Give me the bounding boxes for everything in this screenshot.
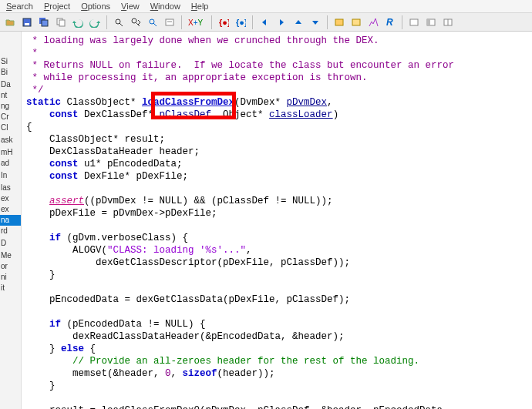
brackets-left-icon[interactable]: {●} xyxy=(217,15,231,29)
svg-rect-1 xyxy=(25,23,29,25)
sidebar-item[interactable]: Bi xyxy=(0,67,21,78)
analyze-icon[interactable]: R xyxy=(383,15,397,29)
sidebar-item[interactable]: nt xyxy=(0,90,21,101)
sidebar-item[interactable]: ex xyxy=(0,193,21,204)
sidebar-item[interactable]: ex xyxy=(0,204,21,215)
svg-line-10 xyxy=(153,23,157,26)
sidebar-item[interactable]: ask xyxy=(0,135,21,146)
menu-bar: Search Project Options View Window Help xyxy=(0,0,532,13)
signal-icon[interactable] xyxy=(366,15,380,29)
svg-text:X+Y: X+Y xyxy=(188,18,204,27)
open-icon[interactable] xyxy=(3,15,17,29)
sidebar-item[interactable]: Me xyxy=(0,250,21,261)
find-icon[interactable] xyxy=(112,15,126,29)
menu-project[interactable]: Project xyxy=(44,2,70,11)
sidebar-item[interactable]: ng xyxy=(0,101,21,112)
svg-rect-16 xyxy=(335,19,343,25)
redo-icon[interactable] xyxy=(88,15,102,29)
sidebar-item[interactable]: ni xyxy=(0,272,21,283)
svg-rect-3 xyxy=(42,20,48,26)
svg-rect-11 xyxy=(166,19,173,25)
sidebar-item[interactable]: or xyxy=(0,261,21,272)
panel-split-icon[interactable] xyxy=(441,15,455,29)
book-open-icon[interactable] xyxy=(332,15,346,29)
svg-text:{●}: {●} xyxy=(219,18,229,27)
sidebar-item[interactable]: na xyxy=(0,215,21,226)
save-icon[interactable] xyxy=(20,15,34,29)
forward-icon[interactable] xyxy=(274,15,288,29)
svg-rect-21 xyxy=(427,19,430,25)
find-next-icon[interactable] xyxy=(129,15,143,29)
symbol-loadClassFromDex[interactable]: loadClassFromDex xyxy=(142,97,234,108)
svg-point-8 xyxy=(132,18,136,23)
menu-help[interactable]: Help xyxy=(191,2,209,11)
sidebar-item[interactable]: it xyxy=(0,283,21,293)
sidebar-item[interactable]: las xyxy=(0,183,21,193)
svg-text:{●}: {●} xyxy=(236,18,246,27)
menu-window[interactable]: Window xyxy=(150,2,180,11)
copy-icon[interactable] xyxy=(54,15,68,29)
brackets-right-icon[interactable]: {●} xyxy=(234,15,247,29)
menu-view[interactable]: View xyxy=(121,2,140,11)
svg-line-7 xyxy=(120,23,123,26)
sidebar-item[interactable]: D xyxy=(0,238,21,249)
sidebar-item[interactable]: Cr xyxy=(0,112,21,122)
code-editor[interactable]: * loading was largely done when we crunc… xyxy=(22,32,532,409)
sidebar-item[interactable]: Cl xyxy=(0,122,21,133)
svg-text:R: R xyxy=(386,17,393,28)
panel-none-icon[interactable] xyxy=(407,15,421,29)
code-area[interactable]: * loading was largely done when we crunc… xyxy=(26,35,527,409)
sidebar: SiBiDantngCrClaskmHadInlasexexnardDMeorn… xyxy=(0,32,22,409)
sidebar-item[interactable]: In xyxy=(0,170,21,181)
back-icon[interactable] xyxy=(258,15,271,29)
sidebar-item[interactable]: Si xyxy=(0,56,21,67)
sidebar-item[interactable]: rd xyxy=(0,226,21,236)
up-icon[interactable] xyxy=(291,15,305,29)
book-closed-icon[interactable] xyxy=(349,15,363,29)
menu-search[interactable]: Search xyxy=(6,2,33,11)
svg-rect-17 xyxy=(352,19,360,25)
menu-options[interactable]: Options xyxy=(81,2,110,11)
panel-left-icon[interactable] xyxy=(424,15,438,29)
sidebar-item[interactable]: mH xyxy=(0,147,21,158)
search-project-icon[interactable] xyxy=(146,15,160,29)
svg-rect-19 xyxy=(410,19,418,25)
svg-rect-5 xyxy=(59,20,65,26)
sidebar-item[interactable]: Da xyxy=(0,79,21,90)
down-icon[interactable] xyxy=(308,15,322,29)
sidebar-item[interactable]: ad xyxy=(0,158,21,169)
save-all-icon[interactable] xyxy=(37,15,51,29)
symbol-pClassDef[interactable]: pClassDef xyxy=(160,109,212,120)
undo-icon[interactable] xyxy=(71,15,85,29)
toolbar: X+Y{●}{●}R xyxy=(0,13,532,32)
find-results-icon[interactable] xyxy=(163,15,177,29)
goto-def-icon[interactable]: X+Y xyxy=(187,15,207,29)
